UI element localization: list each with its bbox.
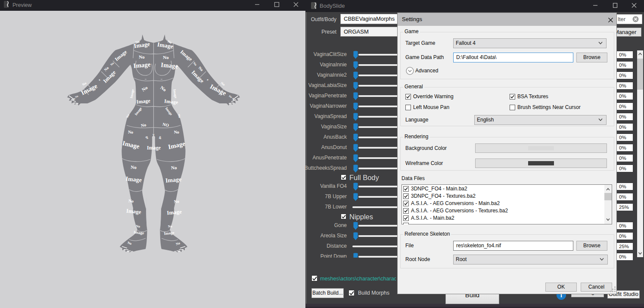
svg-text:No: No <box>128 199 134 204</box>
svg-text:No: No <box>139 54 145 59</box>
svg-text:Image: Image <box>147 145 161 151</box>
svg-text:No: No <box>136 224 140 229</box>
svg-text:No: No <box>174 130 179 135</box>
svg-text:No: No <box>168 224 172 229</box>
svg-text:No: No <box>220 81 226 87</box>
svg-text:No: No <box>81 81 87 87</box>
svg-text:No: No <box>128 130 134 135</box>
svg-text:No: No <box>171 165 177 171</box>
svg-text:Image: Image <box>167 208 182 216</box>
svg-text:No: No <box>174 199 179 204</box>
svg-text:Image: Image <box>172 89 178 99</box>
svg-text:Image: Image <box>126 208 141 215</box>
svg-text:Image: Image <box>136 98 151 105</box>
svg-text:w: w <box>152 133 155 136</box>
svg-text:Image: Image <box>129 89 135 99</box>
svg-text:No: No <box>131 165 137 170</box>
svg-text:No: No <box>163 55 169 60</box>
svg-text:Image: Image <box>164 98 179 106</box>
